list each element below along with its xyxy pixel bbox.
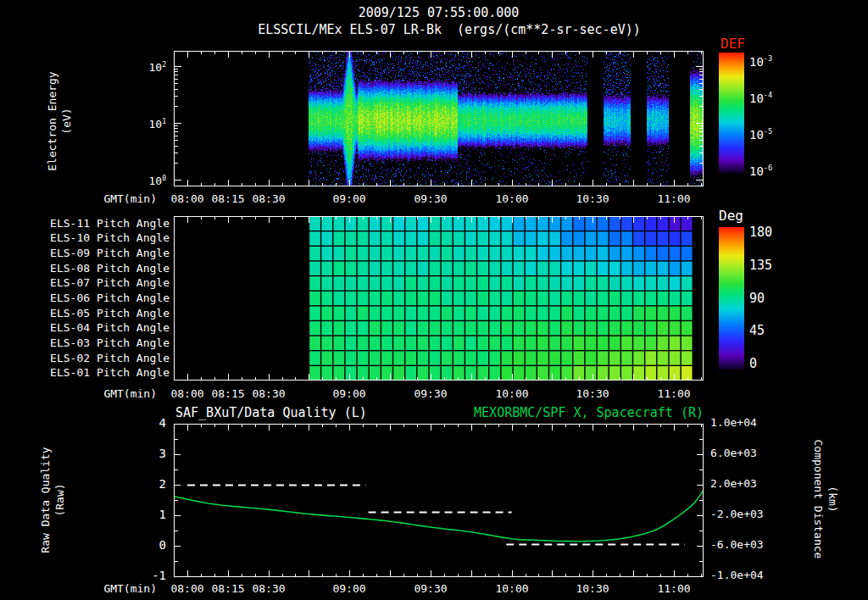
time-tick-label: 11:00 (648, 582, 699, 596)
time-tick-label: 11:00 (648, 387, 699, 401)
time-tick-label: 11:00 (648, 192, 699, 206)
pitch-row-label: ELS-02 Pitch Angle (32, 352, 170, 365)
distance-tick-label: -6.0e+03 (710, 538, 782, 552)
pitch-row-label: ELS-01 Pitch Angle (32, 366, 170, 380)
deg-colorbar-label: Deg (719, 208, 743, 224)
quality-tick-label: 2 (124, 477, 166, 491)
quality-axis-label: Raw Data Quality (Raw) (36, 407, 70, 593)
def-tick-label: 10-5 (749, 125, 809, 142)
distance-tick-label: -2.0e+03 (710, 508, 782, 521)
time-tick-label: 09:00 (324, 387, 375, 401)
quality-axis-label-line1: Raw Data Quality (38, 447, 53, 553)
energy-ytick-label: 101 (124, 115, 166, 131)
time-tick-label: 09:00 (324, 582, 375, 596)
pitch-row-label: ELS-06 Pitch Angle (32, 292, 170, 305)
energy-axis-label-line2: (eV) (59, 108, 74, 134)
pitch-row-label: ELS-07 Pitch Angle (32, 276, 170, 290)
bottom-title-right: MEXORBMC/SPF X, Spacecraft (R) (364, 405, 704, 420)
time-tick-label: 08:30 (243, 582, 294, 596)
time-tick-label: 09:30 (405, 582, 456, 596)
time-tick-label: 10:00 (487, 192, 537, 206)
distance-tick-label: 1.0e+04 (710, 416, 782, 430)
deg-tick-label: 135 (749, 258, 792, 272)
distance-tick-label: 2.0e+03 (710, 477, 782, 491)
time-tick-label: 08:30 (243, 192, 294, 206)
time-tick-label: 08:30 (243, 387, 294, 401)
quality-axis-label-line2: (Raw) (53, 483, 67, 516)
distance-axis-label-line2: (km) (826, 486, 840, 512)
energy-axis-label: Electron Energy (eV) (42, 28, 76, 214)
bottom-title-left: SAF_BXuT/Data Quality (L) (175, 405, 367, 420)
deg-tick-label: 45 (749, 324, 792, 337)
distance-tick-label: -1.0e+04 (710, 569, 782, 582)
time-tick-label: 09:30 (405, 192, 456, 206)
pitch-row-label: ELS-08 Pitch Angle (32, 262, 170, 275)
quality-tick-label: 3 (124, 447, 166, 460)
distance-tick-label: 6.0e+03 (710, 447, 782, 460)
quality-tick-label: 0 (124, 538, 166, 552)
pitch-row-label: ELS-10 Pitch Angle (32, 231, 170, 245)
page-title: 2009/125 07:55:00.000 (174, 5, 704, 20)
pitch-angle-canvas (174, 216, 704, 381)
def-tick-label: 10-6 (749, 161, 809, 178)
deg-tick-label: 180 (749, 225, 792, 239)
deg-tick-label: 90 (749, 292, 792, 305)
time-tick-label: 10:30 (567, 387, 618, 401)
gmt-axis-label: GMT(min) (81, 387, 157, 401)
energy-spectrogram-canvas (174, 51, 704, 186)
gmt-axis-label: GMT(min) (81, 192, 157, 206)
pitch-row-label: ELS-03 Pitch Angle (32, 336, 170, 350)
distance-axis-label: (km) Component Distance (809, 406, 843, 592)
energy-ytick-label: 102 (124, 58, 166, 75)
gmt-axis-label: GMT(min) (81, 582, 157, 596)
plot-subtitle: ELSSCIL/MEx ELS-07 LR-Bk (ergs/(cm**2-sr… (153, 22, 746, 37)
pitch-row-label: ELS-09 Pitch Angle (32, 247, 170, 260)
def-colorbar-canvas (719, 53, 744, 173)
def-tick-label: 10-4 (749, 88, 809, 105)
quality-tick-label: 4 (124, 416, 166, 430)
pitch-row-label: ELS-04 Pitch Angle (32, 321, 170, 335)
time-tick-label: 10:00 (487, 387, 537, 401)
plot-screen: 2009/125 07:55:00.000 ELSSCIL/MEx ELS-07… (0, 0, 868, 600)
deg-tick-label: 0 (749, 357, 792, 370)
deg-colorbar-canvas (719, 227, 744, 369)
quality-tick-label: 1 (124, 508, 166, 521)
time-tick-label: 10:30 (567, 582, 618, 596)
pitch-row-label: ELS-05 Pitch Angle (32, 307, 170, 320)
quality-tick-label: -1 (124, 569, 166, 582)
def-tick-label: 10-3 (749, 52, 809, 69)
def-colorbar-label: DEF (721, 36, 745, 52)
time-tick-label: 09:30 (405, 387, 456, 401)
energy-axis-label-line1: Electron Energy (45, 71, 59, 170)
time-tick-label: 09:00 (324, 192, 375, 206)
distance-axis-label-line1: Component Distance (811, 440, 826, 559)
time-tick-label: 10:30 (567, 192, 618, 206)
time-tick-label: 10:00 (487, 582, 537, 596)
energy-ytick-label: 100 (124, 172, 166, 188)
bottom-chart-canvas (174, 424, 704, 577)
pitch-row-label: ELS-11 Pitch Angle (32, 217, 170, 231)
